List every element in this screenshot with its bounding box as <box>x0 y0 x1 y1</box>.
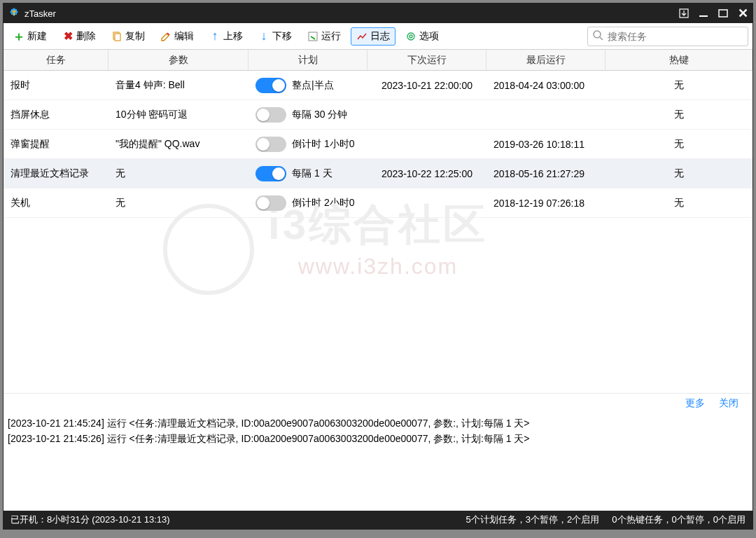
col-task[interactable]: 任务 <box>4 50 108 70</box>
status-uptime: 已开机：8小时31分 (2023-10-21 13:13) <box>10 513 170 526</box>
schedule-text: 倒计时 1小时0 <box>292 138 354 151</box>
x-icon: ✖ <box>62 31 74 42</box>
schedule-text: 倒计时 2小时0 <box>292 197 354 209</box>
tray-icon[interactable] <box>679 8 689 18</box>
svg-point-8 <box>407 33 414 40</box>
move-down-button[interactable]: ↓下移 <box>253 27 298 46</box>
col-params[interactable]: 参数 <box>108 50 248 70</box>
new-button[interactable]: ＋新建 <box>8 27 52 46</box>
window-controls: ✕ <box>679 6 748 21</box>
table-body: i3综合社区 www.i3zh.com 报时音量4 钟声: Bell整点|半点2… <box>4 71 752 393</box>
cell-params: 音量4 钟声: Bell <box>108 79 248 92</box>
app-title: zTasker <box>24 8 56 19</box>
svg-point-10 <box>594 31 601 38</box>
cell-last: 2018-12-19 07:26:18 <box>486 198 606 209</box>
cell-hotkey: 无 <box>606 79 752 92</box>
cell-params: "我的提醒" QQ.wav <box>108 138 248 151</box>
log-label: 日志 <box>370 30 390 43</box>
table-row[interactable]: 弹窗提醒"我的提醒" QQ.wav倒计时 1小时02019-03-26 10:1… <box>4 130 752 159</box>
title-bar: zTasker ✕ <box>4 4 752 23</box>
cell-schedule: 整点|半点 <box>248 78 368 93</box>
enable-toggle[interactable] <box>255 137 286 152</box>
table-row[interactable]: 挡屏休息10分钟 密码可退每隔 30 分钟无 <box>4 100 752 130</box>
log-more-link[interactable]: 更多 <box>685 397 705 410</box>
pencil-icon <box>160 31 172 42</box>
enable-toggle[interactable] <box>255 195 286 211</box>
svg-rect-3 <box>699 15 708 17</box>
log-line: [2023-10-21 21:45:26] 运行 <任务:清理最近文档记录, I… <box>8 431 748 446</box>
run-button[interactable]: 运行 <box>302 27 346 46</box>
cell-task: 挡屏休息 <box>4 109 108 121</box>
col-next[interactable]: 下次运行 <box>368 50 486 70</box>
cell-schedule: 每隔 30 分钟 <box>248 107 368 123</box>
arrow-up-icon: ↑ <box>209 31 220 42</box>
toolbar: ＋新建 ✖删除 复制 编辑 ↑上移 ↓下移 运行 日志 选项 <box>4 23 752 50</box>
cell-hotkey: 无 <box>606 138 752 151</box>
cell-schedule: 每隔 1 天 <box>248 166 368 181</box>
schedule-text: 整点|半点 <box>292 79 334 92</box>
cell-schedule: 倒计时 2小时0 <box>248 195 368 211</box>
search-input[interactable] <box>608 31 743 42</box>
copy-label: 复制 <box>125 30 145 43</box>
cell-task: 关机 <box>4 197 108 209</box>
cell-hotkey: 无 <box>606 167 752 180</box>
search-icon <box>592 29 603 43</box>
cell-params: 无 <box>108 167 248 180</box>
status-plan: 5个计划任务，3个暂停，2个启用 <box>466 513 600 526</box>
cell-task: 报时 <box>4 79 108 92</box>
enable-toggle[interactable] <box>255 78 286 93</box>
schedule-text: 每隔 1 天 <box>292 167 332 180</box>
gear-icon <box>405 31 416 42</box>
cell-task: 弹窗提醒 <box>4 138 108 151</box>
close-icon[interactable]: ✕ <box>738 6 748 21</box>
svg-rect-7 <box>309 32 317 41</box>
chart-icon <box>356 31 368 42</box>
table-row[interactable]: 关机无倒计时 2小时02018-12-19 07:26:18无 <box>4 188 752 218</box>
delete-button[interactable]: ✖删除 <box>57 27 102 46</box>
svg-point-9 <box>410 35 412 38</box>
table-row[interactable]: 清理最近文档记录无每隔 1 天2023-10-22 12:25:002018-0… <box>4 159 752 188</box>
arrow-down-icon: ↓ <box>258 31 270 42</box>
copy-button[interactable]: 复制 <box>106 27 150 46</box>
cell-next: 2023-10-22 12:25:00 <box>368 168 486 179</box>
plus-icon: ＋ <box>13 31 24 42</box>
log-area: [2023-10-21 21:45:24] 运行 <任务:清理最近文档记录, I… <box>4 413 752 511</box>
col-last[interactable]: 最后运行 <box>486 50 606 70</box>
down-label: 下移 <box>272 30 292 43</box>
delete-label: 删除 <box>76 30 96 43</box>
edit-button[interactable]: 编辑 <box>155 27 200 46</box>
cell-schedule: 倒计时 1小时0 <box>248 137 368 152</box>
new-label: 新建 <box>27 30 47 43</box>
table-row[interactable]: 报时音量4 钟声: Bell整点|半点2023-10-21 22:00:0020… <box>4 71 752 100</box>
run-label: 运行 <box>321 30 341 43</box>
options-label: 选项 <box>419 30 439 43</box>
app-icon <box>8 7 20 20</box>
log-close-link[interactable]: 关闭 <box>719 397 738 410</box>
enable-toggle[interactable] <box>255 107 286 123</box>
col-hotkey[interactable]: 热键 <box>606 50 752 70</box>
status-bar: 已开机：8小时31分 (2023-10-21 13:13) 5个计划任务，3个暂… <box>4 511 752 529</box>
maximize-icon[interactable] <box>718 8 728 18</box>
schedule-text: 每隔 30 分钟 <box>292 109 347 121</box>
watermark-url: www.i3zh.com <box>268 254 488 280</box>
log-toolbar: 更多 关闭 <box>4 393 752 413</box>
svg-rect-6 <box>115 34 120 41</box>
cell-last: 2019-03-26 10:18:11 <box>486 139 606 150</box>
move-up-button[interactable]: ↑上移 <box>204 27 248 46</box>
svg-rect-1 <box>13 11 15 15</box>
up-label: 上移 <box>223 30 243 43</box>
search-box[interactable] <box>587 27 748 46</box>
col-schedule[interactable]: 计划 <box>248 50 368 70</box>
cell-params: 无 <box>108 197 248 209</box>
cell-hotkey: 无 <box>606 109 752 121</box>
cell-task: 清理最近文档记录 <box>4 167 108 180</box>
cell-params: 10分钟 密码可退 <box>108 109 248 121</box>
play-icon <box>307 31 318 42</box>
enable-toggle[interactable] <box>255 166 286 181</box>
log-button[interactable]: 日志 <box>351 27 396 46</box>
options-button[interactable]: 选项 <box>400 27 444 46</box>
copy-icon <box>111 31 122 42</box>
table-header: 任务 参数 计划 下次运行 最后运行 热键 <box>4 50 752 71</box>
cell-last: 2018-04-24 03:00:00 <box>486 80 606 91</box>
minimize-icon[interactable] <box>699 8 708 18</box>
